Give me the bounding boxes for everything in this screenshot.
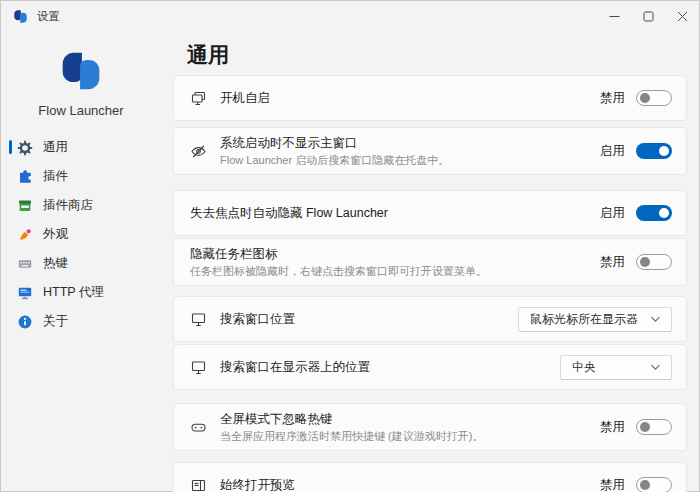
- gamepad-icon: [190, 419, 207, 436]
- toggle-state-label: 启用: [600, 205, 625, 222]
- close-button[interactable]: [665, 1, 699, 31]
- settings-list: 开机自启 禁用 系统启动时不显示主窗口 Flow Launcher 启动后搜索窗…: [173, 75, 687, 492]
- setting-row-search-window-screen: 搜索窗口位置 鼠标光标所在显示器: [173, 296, 687, 342]
- sidebar-item-label: 外观: [43, 226, 68, 243]
- close-icon: [677, 11, 688, 22]
- sidebar-item-about[interactable]: 关于: [1, 307, 161, 336]
- info-icon: [16, 313, 33, 330]
- settings-window: 设置 Flow Launcher 通用: [0, 0, 700, 492]
- keyboard-icon: [16, 255, 33, 272]
- eye-off-icon: [190, 143, 207, 160]
- dropdown-value: 鼠标光标所在显示器: [530, 311, 638, 328]
- toggle-switch[interactable]: [636, 90, 672, 106]
- setting-row-always-preview: 始终打开预览 禁用: [173, 462, 687, 492]
- sidebar-item-label: 关于: [43, 313, 68, 330]
- toggle-state-label: 禁用: [600, 477, 625, 492]
- content: 通用 开机自启 禁用 系统启动时不显示主窗口 Flow Launcher 启动后…: [161, 31, 699, 491]
- toggle-state-label: 禁用: [600, 90, 625, 107]
- puzzle-icon: [16, 168, 33, 185]
- sidebar-item-appearance[interactable]: 外观: [1, 220, 161, 249]
- sidebar: Flow Launcher 通用 插件 插件商店 外观 热键 HTTP 代理 关…: [1, 31, 161, 491]
- minimize-button[interactable]: [597, 1, 631, 31]
- toggle-switch[interactable]: [636, 419, 672, 435]
- setting-row-hide-when-lose-focus: 失去焦点时自动隐藏 Flow Launcher 启用: [173, 190, 687, 236]
- setting-row-ignore-hotkeys-fullscreen: 全屏模式下忽略热键 当全屏应用程序激活时禁用快捷键 (建议游戏时打开)。 禁用: [173, 403, 687, 451]
- toggle-knob: [640, 93, 650, 103]
- toggle-knob: [640, 422, 650, 432]
- sidebar-item-label: HTTP 代理: [43, 284, 104, 301]
- page-title: 通用: [187, 41, 687, 68]
- flow-launcher-logo: [59, 49, 103, 97]
- minimize-icon: [609, 11, 620, 22]
- setting-title: 失去焦点时自动隐藏 Flow Launcher: [190, 205, 592, 222]
- search-window-align-dropdown[interactable]: 中央: [560, 355, 672, 380]
- selected-indicator: [9, 140, 12, 154]
- maximize-icon: [643, 11, 654, 22]
- gear-icon: [16, 139, 33, 156]
- sidebar-item-general[interactable]: 通用: [1, 133, 161, 162]
- dropdown-value: 中央: [572, 359, 596, 376]
- window-title: 设置: [37, 9, 60, 24]
- setting-title: 系统启动时不显示主窗口: [220, 135, 592, 152]
- toggle-state-label: 禁用: [600, 254, 625, 271]
- setting-title: 搜索窗口在显示器上的位置: [220, 359, 552, 376]
- toggle-knob: [659, 208, 669, 218]
- maximize-button[interactable]: [631, 1, 665, 31]
- sidebar-item-label: 插件: [43, 168, 68, 185]
- toggle-switch[interactable]: [636, 477, 672, 492]
- toggle-switch[interactable]: [636, 143, 672, 159]
- sidebar-nav: 通用 插件 插件商店 外观 热键 HTTP 代理 关于: [1, 133, 161, 336]
- toggle-switch[interactable]: [636, 205, 672, 221]
- setting-title: 全屏模式下忽略热键: [220, 411, 592, 428]
- brush-icon: [16, 226, 33, 243]
- toggle-state-label: 启用: [600, 143, 625, 160]
- sidebar-item-label: 热键: [43, 255, 68, 272]
- setting-title: 隐藏任务栏图标: [190, 246, 592, 263]
- setting-title: 开机自启: [220, 90, 592, 107]
- brand-name: Flow Launcher: [38, 103, 123, 118]
- toggle-knob: [659, 146, 669, 156]
- sidebar-item-label: 插件商店: [43, 197, 93, 214]
- setting-row-search-window-align: 搜索窗口在显示器上的位置 中央: [173, 344, 687, 390]
- flow-launcher-logo-small: [13, 9, 28, 24]
- sidebar-item-plugin-store[interactable]: 插件商店: [1, 191, 161, 220]
- sidebar-item-hotkeys[interactable]: 热键: [1, 249, 161, 278]
- monitor-icon: [190, 359, 207, 376]
- toggle-knob: [640, 480, 650, 490]
- setting-subtitle: 当全屏应用程序激活时禁用快捷键 (建议游戏时打开)。: [220, 429, 592, 443]
- setting-row-start-on-boot: 开机自启 禁用: [173, 75, 687, 121]
- setting-title: 搜索窗口位置: [220, 311, 510, 328]
- setting-row-hide-taskbar-icon: 隐藏任务栏图标 任务栏图标被隐藏时，右键点击搜索窗口即可打开设置菜单。 禁用: [173, 238, 687, 286]
- setting-subtitle: Flow Launcher 启动后搜索窗口隐藏在托盘中。: [220, 153, 592, 167]
- store-icon: [16, 197, 33, 214]
- chevron-down-icon: [650, 364, 661, 371]
- startup-icon: [190, 90, 207, 107]
- brand: Flow Launcher: [1, 49, 161, 118]
- setting-title: 始终打开预览: [220, 477, 592, 492]
- monitor-icon: [190, 311, 207, 328]
- search-window-screen-dropdown[interactable]: 鼠标光标所在显示器: [518, 307, 672, 332]
- sidebar-item-http-proxy[interactable]: HTTP 代理: [1, 278, 161, 307]
- sidebar-item-label: 通用: [43, 139, 68, 156]
- toggle-state-label: 禁用: [600, 419, 625, 436]
- setting-row-hide-on-startup: 系统启动时不显示主窗口 Flow Launcher 启动后搜索窗口隐藏在托盘中。…: [173, 127, 687, 175]
- preview-icon: [190, 477, 207, 492]
- chevron-down-icon: [650, 316, 661, 323]
- network-icon: [16, 284, 33, 301]
- toggle-knob: [640, 257, 650, 267]
- setting-subtitle: 任务栏图标被隐藏时，右键点击搜索窗口即可打开设置菜单。: [190, 264, 592, 278]
- sidebar-item-plugins[interactable]: 插件: [1, 162, 161, 191]
- toggle-switch[interactable]: [636, 254, 672, 270]
- titlebar: 设置: [1, 1, 699, 31]
